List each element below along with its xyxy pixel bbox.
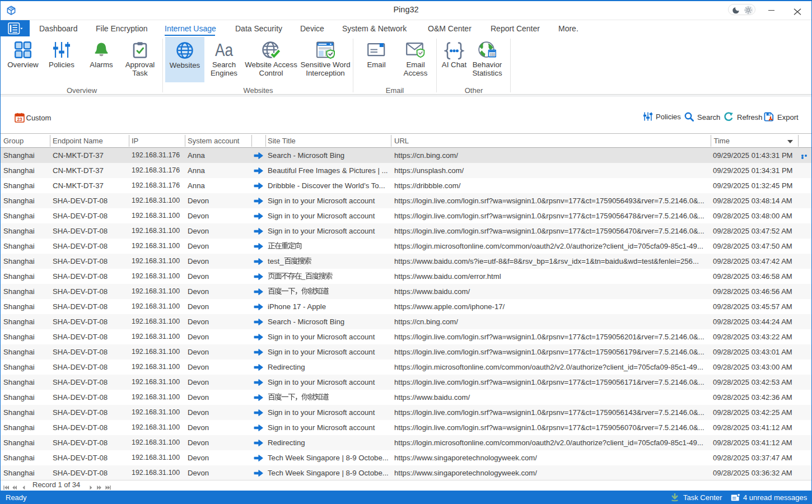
svg-text:23: 23: [17, 117, 22, 122]
